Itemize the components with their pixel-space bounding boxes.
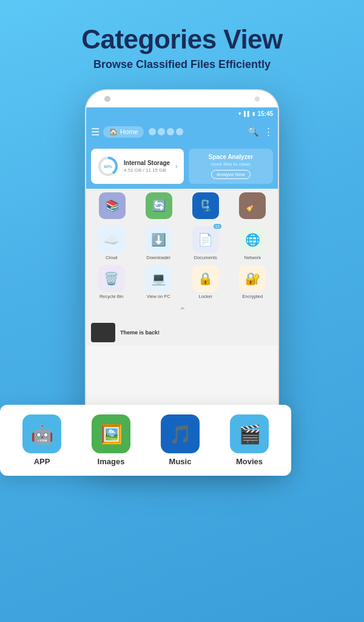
recycle-label: Recycle Bin (99, 294, 124, 299)
storage-usage: 4.51 GB / 11.15 GB (124, 167, 170, 173)
breadcrumb-home-label: Home (120, 128, 138, 135)
cat-icon-sync: 🔄 (146, 192, 172, 219)
chevron-icon: ⌃ (178, 306, 186, 316)
downloader-label: Downloader (146, 255, 170, 260)
network-icon: 🌐 (245, 232, 260, 247)
breadcrumb[interactable]: 🏠 Home (103, 126, 144, 138)
locker-icon: 🔒 (198, 271, 213, 286)
more-icon[interactable]: ⋮ (264, 126, 273, 137)
music-label: Music (169, 457, 192, 466)
analyzer-subtitle: more files to clean (211, 161, 251, 167)
storage-banner: 40% Internal Storage 4.51 GB / 11.15 GB … (86, 144, 278, 189)
phone-speaker (255, 96, 260, 101)
cat-encrypted[interactable]: 🔐 Encrypted (231, 265, 275, 299)
locker-label: Locker (198, 294, 212, 299)
lower-phone-cats-row1: ☁️ Cloud ⬇️ Downloader 📄 12 (86, 223, 278, 264)
float-music[interactable]: 🎵 Music (148, 414, 212, 466)
page-subtitle: Browse Classified Files Efficiently (0, 58, 364, 71)
float-app[interactable]: 🤖 APP (10, 414, 74, 466)
banner-thumbnail (91, 323, 115, 342)
cat-item-3[interactable]: 🗜️ (183, 192, 228, 219)
cat-view-on-pc[interactable]: 💻 View on PC (137, 265, 181, 299)
cat-item-2[interactable]: 🔄 (136, 192, 181, 219)
cat-icon-zip: 🗜️ (192, 192, 219, 219)
battery-icon: ▮ (252, 111, 255, 117)
app-bar: ☰ 🏠 Home 🔍 ⋮ (86, 120, 278, 144)
cat-locker[interactable]: 🔒 Locker (184, 265, 228, 299)
wifi-icon: ▼ (237, 111, 242, 117)
network-icon-wrap: 🌐 (239, 226, 266, 253)
upper-phone-categories: 📚 🔄 🗜️ 🧹 (86, 189, 278, 223)
floating-grid: 🤖 APP 🖼️ Images 🎵 Music 🎬 (10, 414, 281, 466)
floating-categories-panel: 🤖 APP 🖼️ Images 🎵 Music 🎬 (0, 405, 291, 476)
viewpc-label: View on PC (147, 294, 170, 299)
recycle-icon: 🗑️ (104, 271, 119, 286)
documents-label: Documents (194, 255, 217, 260)
music-icon-wrap: 🎵 (161, 414, 200, 453)
cat-icon-clean: 🧹 (239, 192, 266, 219)
images-icon: 🖼️ (100, 424, 123, 445)
documents-icon-wrap: 📄 12 (192, 226, 219, 253)
breadcrumb-nav-icons (149, 128, 183, 135)
encrypted-label: Encrypted (242, 294, 263, 299)
cat-item-1[interactable]: 📚 (90, 192, 134, 219)
app-icon: 🤖 (31, 424, 53, 445)
storage-donut: 40% (97, 155, 119, 177)
cat-icon-layers: 📚 (99, 192, 126, 219)
cat-recycle[interactable]: 🗑️ Recycle Bin (90, 265, 133, 299)
storage-info: Internal Storage 4.51 GB / 11.15 GB (124, 160, 170, 173)
cat-item-4[interactable]: 🧹 (230, 192, 274, 219)
cloud-label: Cloud (106, 255, 118, 260)
downloader-icon: ⬇️ (151, 232, 166, 247)
chevron-up[interactable]: ⌃ (86, 303, 278, 319)
cloud-icon-wrap: ☁️ (98, 226, 125, 253)
music-icon: 🎵 (169, 424, 192, 445)
movies-icon: 🎬 (238, 424, 261, 445)
status-icons: ▼ ▌▌ ▮ (237, 111, 255, 117)
app-icon-wrap: 🤖 (22, 414, 61, 453)
cloud-icon: ☁️ (104, 232, 119, 247)
viewpc-icon: 💻 (151, 271, 166, 286)
network-label: Network (244, 255, 261, 260)
cat-cloud[interactable]: ☁️ Cloud (90, 226, 133, 260)
hamburger-icon[interactable]: ☰ (91, 126, 99, 138)
documents-badge: 12 (214, 224, 221, 229)
images-label: Images (98, 457, 125, 466)
storage-card[interactable]: 40% Internal Storage 4.51 GB / 11.15 GB … (91, 149, 184, 184)
status-bar: ▼ ▌▌ ▮ 15:45 (86, 107, 278, 120)
encrypted-icon-wrap: 🔐 (239, 265, 266, 292)
home-icon: 🏠 (109, 128, 118, 136)
storage-title: Internal Storage (124, 160, 170, 166)
images-icon-wrap: 🖼️ (92, 414, 130, 453)
phone-top-bar (86, 90, 278, 107)
storage-arrow-icon: › (175, 162, 178, 171)
recycle-icon-wrap: 🗑️ (98, 265, 125, 292)
cat-network[interactable]: 🌐 Network (231, 226, 275, 260)
documents-icon: 📄 (198, 232, 213, 247)
storage-percentage: 40% (104, 164, 112, 169)
encrypted-icon: 🔐 (245, 271, 260, 286)
lower-grid-2: 🗑️ Recycle Bin 💻 View on PC 🔒 (90, 265, 274, 299)
float-images[interactable]: 🖼️ Images (79, 414, 143, 466)
viewpc-icon-wrap: 💻 (145, 265, 172, 292)
lower-phone-cats-row2: 🗑️ Recycle Bin 💻 View on PC 🔒 (86, 264, 278, 303)
analyze-button[interactable]: Analyze Now (211, 170, 251, 179)
float-movies[interactable]: 🎬 Movies (217, 414, 281, 466)
phone-camera (104, 96, 110, 102)
cat-documents[interactable]: 📄 12 Documents (184, 226, 228, 260)
analyzer-title: Space Analyzer (209, 154, 254, 160)
signal-icon: ▌▌ (244, 111, 251, 117)
analyzer-card[interactable]: Space Analyzer more files to clean Analy… (189, 149, 273, 184)
banner-text: Theme is back! (120, 330, 160, 336)
locker-icon-wrap: 🔒 (192, 265, 219, 292)
bottom-banner: Theme is back! (86, 319, 278, 346)
search-icon[interactable]: 🔍 (248, 126, 259, 137)
movies-label: Movies (236, 457, 263, 466)
lower-grid-1: ☁️ Cloud ⬇️ Downloader 📄 12 (90, 226, 274, 260)
app-bar-actions: 🔍 ⋮ (248, 126, 273, 137)
app-label: APP (34, 457, 50, 466)
status-time: 15:45 (257, 110, 273, 117)
downloader-icon-wrap: ⬇️ (145, 226, 172, 253)
cat-downloader[interactable]: ⬇️ Downloader (137, 226, 181, 260)
page-title: Categories View (0, 24, 364, 55)
